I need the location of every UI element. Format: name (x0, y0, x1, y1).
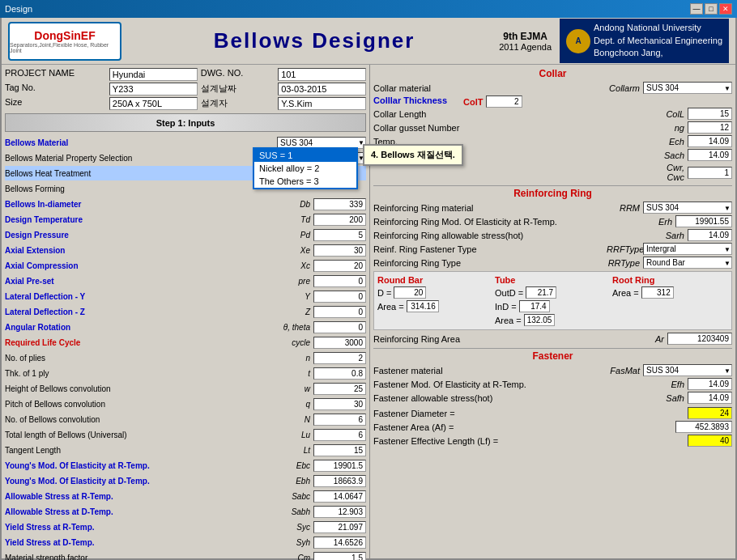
university-logo: A (566, 29, 590, 53)
size-label: Size (5, 97, 106, 110)
left-panel: PROJECT NAME Hyundai DWG. NO. 101 Tag No… (2, 65, 370, 558)
collar-ech-sym: Ech (651, 137, 688, 146)
collar-cwrcwc-input[interactable] (688, 167, 732, 179)
collar-thickness-block: Colllar Thickness (373, 95, 447, 108)
tangent-row: Tangent Length Lt (5, 443, 366, 457)
tag-value: Y233 (109, 83, 198, 95)
fastener-allow-input[interactable] (688, 392, 732, 404)
design-press-input[interactable] (313, 229, 366, 241)
yield-dtemp-row: Yield Stress at D-Temp. Syh (5, 535, 366, 549)
rr-outd-label: OutD = (495, 288, 523, 298)
date-label: 설계날짜 (201, 83, 275, 95)
axial-comp-sym: Xc (281, 261, 313, 270)
collar-length-input[interactable] (688, 108, 732, 120)
req-cycle-input[interactable] (313, 337, 366, 349)
maximize-button[interactable]: □ (705, 3, 718, 15)
collar-gusset-label: Collar gusset Number (373, 123, 651, 133)
dropdown-item-1[interactable]: SUS = 1 (254, 149, 356, 162)
rr-mod-input[interactable] (675, 215, 732, 227)
fastener-mod-sym: Efh (651, 380, 688, 389)
rr-d-input[interactable] (394, 286, 426, 299)
fastener-material-select[interactable]: SUS 304 (643, 364, 732, 376)
fastener-area-row: Fastener Area (Af) = (373, 421, 732, 433)
fastener-area-input[interactable] (675, 421, 732, 433)
fastener-details: Fastener Diameter = Fastener Area (Af) =… (373, 407, 732, 447)
youngs-dtemp-input[interactable] (313, 475, 366, 487)
right-panel: Collar Collar material Collarm SUS 304 ▼… (370, 65, 735, 558)
no-conv-input[interactable] (313, 414, 366, 426)
design-temp-input[interactable] (313, 214, 366, 226)
designer-value: Y.S.Kim (278, 97, 366, 110)
collar-cwrcwc-sym: Cwr, Cwc (651, 163, 688, 182)
tangent-input[interactable] (313, 444, 366, 456)
close-button[interactable]: ✕ (719, 3, 732, 15)
ring-area-input[interactable] (667, 333, 732, 345)
fastener-allow-sym: Safh (651, 393, 688, 403)
rr-ring-type-select[interactable]: Round Bar (643, 257, 732, 269)
ring-area-sym: Ar (631, 334, 667, 344)
rr-material-select[interactable]: SUS 304 (643, 202, 732, 214)
yield-rtemp-row: Yield Stress at R-Temp. Syc (5, 520, 366, 534)
youngs-rtemp-input[interactable] (313, 460, 366, 472)
rr-area-tube-input[interactable] (524, 314, 555, 326)
rr-allow-label: Reinforcing Ring allowable stress(hot) (373, 231, 651, 240)
rr-allow-input[interactable] (688, 229, 732, 241)
collar-material-dropdown[interactable]: SUS 304 ▼ (643, 82, 732, 94)
bellows-indiameter-input[interactable] (313, 198, 366, 210)
minimize-button[interactable]: — (690, 3, 703, 15)
fastener-mod-input[interactable] (688, 378, 732, 390)
lat-y-input[interactable] (313, 291, 366, 303)
tag-label: Tag No. (5, 83, 106, 95)
lat-z-input[interactable] (313, 306, 366, 318)
dropdown-item-3[interactable]: The Others = 3 (254, 175, 356, 188)
fastener-diameter-input[interactable] (688, 407, 732, 419)
fastener-efflen-input[interactable] (688, 435, 732, 447)
fastener-efflen-label: Fastener Effective Length (Lf) = (373, 436, 688, 446)
axial-pre-input[interactable] (313, 275, 366, 287)
ring-grid: Round Bar Tube Root Ring D = OutD = (377, 275, 728, 326)
allow-rtemp-input[interactable] (313, 490, 366, 503)
collar-ech-input[interactable] (688, 135, 732, 147)
rr-fastener-type-select[interactable]: Intergral (643, 243, 732, 255)
yield-rtemp-input[interactable] (313, 521, 366, 533)
rr-outd-input[interactable] (526, 286, 556, 299)
rr-material-dropdown[interactable]: SUS 304 ▼ (643, 202, 732, 214)
height-input[interactable] (313, 383, 366, 395)
rr-ind-input[interactable] (519, 300, 550, 312)
mat-factor-label: Material strength factor (5, 554, 281, 561)
axial-ext-input[interactable] (313, 244, 366, 257)
yield-dtemp-input[interactable] (313, 537, 366, 549)
pitch-input[interactable] (313, 398, 366, 410)
allow-dtemp-input[interactable] (313, 506, 366, 518)
logo-box: DongSinEF Separators,Joint,Flexible Hose… (8, 22, 121, 61)
divider-2 (373, 348, 732, 349)
date-value: 03-03-2015 (278, 83, 366, 95)
rr-empty-row3 (612, 314, 728, 326)
collar-colt-input[interactable] (486, 95, 522, 108)
collar-gusset-input[interactable] (688, 121, 732, 134)
thk-input[interactable] (313, 367, 366, 380)
rr-empty-cell (612, 300, 728, 312)
rr-ring-type-dropdown[interactable]: Round Bar ▼ (643, 257, 732, 269)
rr-area-rb-input[interactable] (407, 300, 439, 312)
university-box: A Andong National University Dept. of Me… (560, 19, 729, 62)
collar-sach-input[interactable] (688, 149, 732, 161)
rr-material-label: Reinforcing Ring material (373, 203, 607, 213)
youngs-rtemp-sym: Ebc (281, 461, 313, 470)
fastener-material-dropdown[interactable]: SUS 304 ▼ (643, 364, 732, 376)
total-len-input[interactable] (313, 429, 366, 441)
axial-comp-input[interactable] (313, 260, 366, 272)
fastener-diameter-row: Fastener Diameter = (373, 407, 732, 419)
dropdown-item-2[interactable]: Nickel alloy = 2 (254, 162, 356, 175)
dropdown-popup: SUS = 1 Nickel alloy = 2 The Others = 3 (253, 147, 358, 189)
axial-ext-row: Axial Extension Xe (5, 243, 366, 257)
collar-material-select[interactable]: SUS 304 (643, 82, 732, 94)
mat-factor-input[interactable] (313, 552, 366, 561)
height-sym: w (281, 384, 313, 393)
rr-area-rr-input[interactable] (641, 286, 674, 299)
ang-rot-input[interactable] (313, 321, 366, 333)
fastener-allow-label: Fastener allowable stress(hot) (373, 393, 651, 403)
root-ring-header: Root Ring (612, 275, 728, 285)
rr-fastener-type-dropdown[interactable]: Intergral ▼ (643, 243, 732, 255)
no-plies-input[interactable] (313, 352, 366, 364)
